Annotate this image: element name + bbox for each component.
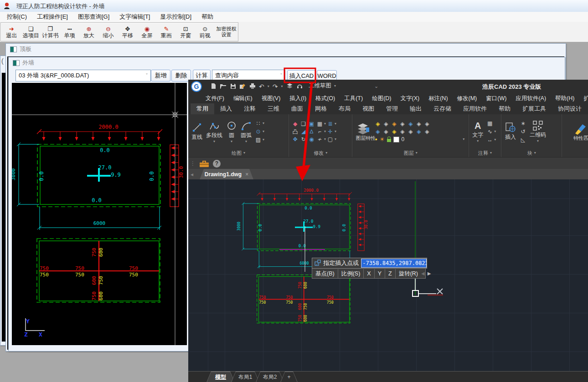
undo-dropdown-caret-icon[interactable]: ▾ <box>268 85 269 88</box>
layer-thaw-icon[interactable]: ◈ <box>382 128 390 135</box>
table-icon[interactable]: ▦ <box>486 120 494 127</box>
arc-button[interactable]: 圆弧 ▾ <box>240 120 253 144</box>
array-icon[interactable]: ▦ <box>316 120 324 127</box>
caret-icon[interactable]: ▾ <box>494 130 496 133</box>
cad-menu-help[interactable]: 帮助(H) <box>551 93 579 103</box>
save-icon[interactable] <box>230 83 236 90</box>
layer-dropdown[interactable]: ● ☀ 0 ▾ <box>374 136 466 143</box>
support-headset-icon[interactable] <box>296 83 303 90</box>
caret-icon[interactable]: ▾ <box>324 130 326 133</box>
ribbon-tab-annotate[interactable]: 注释 <box>238 103 262 114</box>
cad-menu-draw[interactable]: 绘图(D) <box>367 93 396 103</box>
break-icon[interactable]: ≁ <box>316 136 324 143</box>
layers-panel-label[interactable]: 图层▾ <box>352 149 469 157</box>
wall-preset-dropdown[interactable]: 03 外墙 3(&RF_0008.DAT) ˇ <box>15 70 151 81</box>
layer-merge-icon[interactable]: ◈ <box>407 128 414 135</box>
toolbox-icon[interactable] <box>199 159 209 168</box>
tab-new-layout[interactable]: + <box>280 372 298 382</box>
tab-layout1[interactable]: 布局1 <box>231 372 259 382</box>
caret-icon[interactable]: ▾ <box>324 122 326 126</box>
option-scale[interactable]: 比例(S) <box>338 269 364 278</box>
tab-layout2[interactable]: 布局2 <box>256 372 284 382</box>
outer-wall-titlebar[interactable]: 外墙 <box>9 57 565 68</box>
ribbon-tab-insert[interactable]: 插入 <box>214 103 238 114</box>
help-button[interactable]: ? <box>213 160 221 168</box>
point-tools-icon[interactable]: ∷ <box>254 120 262 127</box>
coordinate-input[interactable]: -7358.8435,2987.0823 <box>361 259 427 268</box>
wall-preview-canvas[interactable]: 2000.0 0.0 27.0 9.9 0.0 0.0 0.0 3000 <box>12 83 187 345</box>
zoom-out-button[interactable]: ⊖缩小 <box>98 23 118 41</box>
cad-menu-dimension[interactable]: 标注(N) <box>424 93 452 103</box>
cad-menu-express[interactable]: 扩展工具(S) <box>579 93 588 103</box>
open-file-icon[interactable] <box>220 83 227 90</box>
menu-text-edit[interactable]: 文字编辑[T] <box>114 12 155 22</box>
ribbon-tab-help[interactable]: 帮助 <box>493 103 516 114</box>
option-rotate[interactable]: 旋转(R) <box>396 269 421 278</box>
block-editor-icon[interactable]: ↺ <box>519 128 527 135</box>
option-y[interactable]: Y <box>375 269 385 278</box>
layer-copy-to-icon[interactable]: ◈ <box>415 128 423 135</box>
circle-button[interactable]: 圆 ▾ <box>225 120 238 144</box>
menu-help[interactable]: 帮助 <box>196 12 218 22</box>
draw-panel-label[interactable]: 绘图▾ <box>188 149 289 157</box>
layer-match-icon[interactable]: ◈ <box>415 120 423 127</box>
cad-menu-text[interactable]: 文字(X) <box>396 93 424 103</box>
menu-display-control[interactable]: 显示控制[D] <box>155 12 196 22</box>
ribbon-tab-layout[interactable]: 布局 <box>333 103 356 114</box>
layer-states-icon[interactable] <box>286 83 293 90</box>
set-base-point-icon[interactable]: ◺ <box>519 136 527 143</box>
zoom-window-button[interactable]: ⊡开窗 <box>176 23 195 41</box>
annotate-panel-label[interactable]: 注释▾ <box>469 149 501 157</box>
caret-icon[interactable]: ▾ <box>324 138 326 141</box>
ribbon-tab-view[interactable]: 视图 <box>356 103 380 114</box>
redo-icon[interactable]: ↷ <box>273 83 278 90</box>
layer-unlock-icon[interactable]: ◈ <box>390 128 398 135</box>
exit-button[interactable]: ➔退出 <box>2 23 21 41</box>
dimension-icon[interactable]: ↔ <box>486 136 494 143</box>
insert-block-button[interactable]: 插入 <box>504 122 517 142</box>
caret-icon[interactable]: ▾ <box>263 138 264 142</box>
edit-polyline-icon[interactable]: 凸 <box>291 128 299 135</box>
cad-menu-window[interactable]: 窗口(W) <box>481 93 511 103</box>
top-slab-titlebar[interactable]: 顶板 <box>6 44 566 55</box>
fillet-icon[interactable]: ⌐ <box>316 128 324 135</box>
cad-menu-insert[interactable]: 插入(I) <box>285 93 311 103</box>
front-view-button[interactable]: ⊙前视 <box>196 23 215 41</box>
ribbon-tab-home[interactable]: 常用 <box>191 103 214 114</box>
ribbon-tab-mesh[interactable]: 网格 <box>309 103 333 114</box>
ribbon-tab-collab[interactable]: 协同设计 <box>552 103 588 114</box>
add-button[interactable]: 新增 <box>151 70 170 81</box>
polyline-button[interactable]: 多段线 ▾ <box>205 120 223 144</box>
tab-model[interactable]: 模型 <box>206 372 235 382</box>
explode-icon[interactable]: ❑ <box>299 120 307 127</box>
ribbon-tab-output[interactable]: 输出 <box>404 103 428 114</box>
layer-properties-button[interactable]: 图层特性 <box>355 122 372 141</box>
erase-icon[interactable]: ◆ <box>291 120 299 127</box>
ribbon-tab-express[interactable]: 扩展工具 <box>516 103 552 114</box>
layer-freeze-icon[interactable]: ◈ <box>390 120 398 127</box>
cad-menu-apps[interactable]: 应用软件(A) <box>511 93 551 103</box>
caret-icon[interactable]: ▾ <box>494 138 496 142</box>
menu-control[interactable]: 控制(C) <box>2 12 32 22</box>
hatch-tools-icon[interactable]: ▨ <box>254 136 262 143</box>
plot-icon[interactable] <box>249 83 256 90</box>
trim-icon[interactable]: ▢ <box>326 136 334 143</box>
caret-icon[interactable]: ▾ <box>263 130 264 133</box>
cad-menu-edit[interactable]: 编辑(E) <box>229 93 257 103</box>
qrcode-button[interactable]: 二维码 ▾ <box>529 120 547 143</box>
document-tab-active[interactable]: Drawing1.dwg × <box>200 169 253 179</box>
redraw-button[interactable]: ✎重画 <box>157 23 176 41</box>
modify-panel-label[interactable]: 修改▾ <box>289 149 352 157</box>
qat-more-icon[interactable]: ⌄ <box>374 83 378 89</box>
cad-menu-file[interactable]: 文件(F) <box>201 93 229 103</box>
mirror-icon[interactable]: ∆ <box>308 128 315 135</box>
ribbon-tab-manage[interactable]: 管理 <box>380 103 404 114</box>
match-properties-button[interactable]: 特性匹配 <box>573 122 588 141</box>
ribbon-tab-cloud[interactable]: 云存储 <box>428 103 457 114</box>
cad-app-menu-button[interactable]: G <box>191 81 202 92</box>
move-icon[interactable]: ✥ <box>291 136 299 143</box>
drawing-canvas[interactable]: 2000.0 0.0 27.0 9.9 0.0 0.0 0.0 3000 <box>188 179 588 371</box>
license-settings-button[interactable]: 加密授权设置 <box>215 23 238 41</box>
caret-icon[interactable]: ▾ <box>335 122 336 126</box>
caret-icon[interactable]: ▾ <box>335 138 336 141</box>
